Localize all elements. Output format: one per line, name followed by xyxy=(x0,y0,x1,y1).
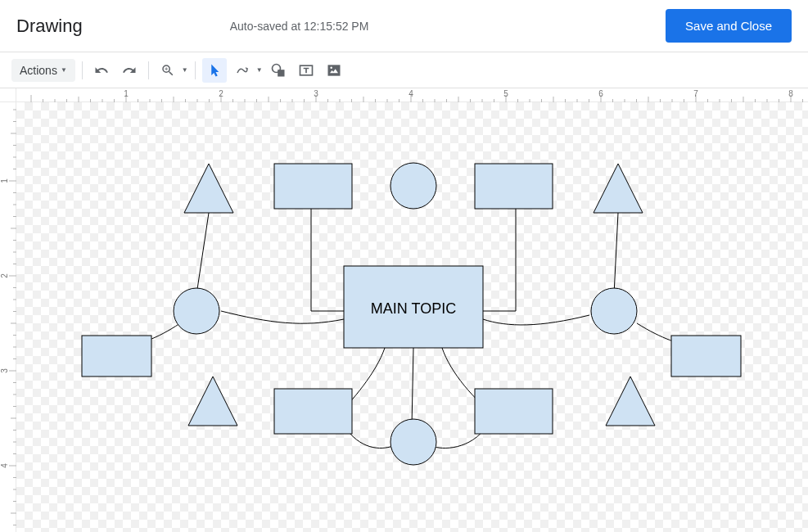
svg-text:3: 3 xyxy=(314,89,318,98)
caret-down-icon: ▼ xyxy=(61,66,67,74)
toolbar-separator xyxy=(195,61,196,79)
shape-triangle[interactable] xyxy=(184,164,233,213)
svg-rect-3 xyxy=(327,65,340,75)
canvas-area[interactable]: MAIN TOPIC xyxy=(16,102,808,532)
redo-button[interactable] xyxy=(117,58,142,83)
drawing-diagram[interactable]: MAIN TOPIC xyxy=(16,102,808,532)
header-bar: Drawing Auto-saved at 12:15:52 PM Save a… xyxy=(0,0,808,52)
undo-button[interactable] xyxy=(89,58,114,83)
shape-rect[interactable] xyxy=(274,164,352,209)
connector[interactable] xyxy=(483,209,516,311)
connector[interactable] xyxy=(614,213,618,295)
connector[interactable] xyxy=(196,213,209,295)
shape-circle[interactable] xyxy=(390,419,436,465)
textbox-tool[interactable] xyxy=(294,58,318,83)
toolbar: Actions ▼ ▼ ▼ xyxy=(0,52,808,88)
svg-text:3: 3 xyxy=(0,368,9,373)
svg-point-4 xyxy=(330,66,332,69)
svg-text:2: 2 xyxy=(219,89,223,98)
svg-text:1: 1 xyxy=(124,89,129,98)
zoom-button[interactable] xyxy=(156,58,180,83)
toolbar-separator xyxy=(148,61,149,79)
shape-circle[interactable] xyxy=(591,288,637,334)
shape-circle[interactable] xyxy=(390,163,436,209)
caret-down-icon: ▼ xyxy=(256,66,263,74)
svg-text:4: 4 xyxy=(409,89,413,98)
connector[interactable] xyxy=(483,315,589,325)
dialog-title: Drawing xyxy=(16,16,83,37)
svg-rect-1 xyxy=(278,70,284,76)
connector[interactable] xyxy=(412,348,413,426)
svg-text:5: 5 xyxy=(503,89,508,98)
line-tool-group[interactable]: ▼ xyxy=(230,58,263,83)
main-topic-label: MAIN TOPIC xyxy=(371,300,456,317)
shape-triangle[interactable] xyxy=(606,376,655,426)
svg-text:4: 4 xyxy=(0,463,9,468)
shape-rect[interactable] xyxy=(475,389,553,434)
caret-down-icon: ▼ xyxy=(182,66,188,74)
shape-tool[interactable] xyxy=(266,58,291,83)
zoom-tool-group[interactable]: ▼ xyxy=(156,58,188,83)
svg-text:2: 2 xyxy=(0,273,9,278)
toolbar-separator xyxy=(82,61,83,79)
shape-rect[interactable] xyxy=(475,164,553,209)
connector[interactable] xyxy=(221,311,344,323)
shape-triangle[interactable] xyxy=(594,164,643,213)
save-and-close-button[interactable]: Save and Close xyxy=(666,9,792,43)
actions-menu-button[interactable]: Actions ▼ xyxy=(11,59,75,82)
shape-rect[interactable] xyxy=(671,336,741,376)
shape-triangle[interactable] xyxy=(188,376,237,426)
svg-text:6: 6 xyxy=(598,89,603,98)
actions-label: Actions xyxy=(20,64,57,77)
image-tool[interactable] xyxy=(322,58,346,83)
ruler-corner xyxy=(0,88,16,102)
shape-circle[interactable] xyxy=(174,288,219,334)
autosave-status: Auto-saved at 12:15:52 PM xyxy=(230,20,369,33)
ruler-horizontal[interactable]: 12345678 xyxy=(16,88,808,102)
shape-rect[interactable] xyxy=(274,389,352,434)
connector[interactable] xyxy=(311,209,344,311)
svg-text:7: 7 xyxy=(693,89,698,98)
line-tool[interactable] xyxy=(230,58,255,83)
svg-text:1: 1 xyxy=(0,178,9,183)
shape-rect[interactable] xyxy=(82,336,151,376)
ruler-vertical[interactable]: 1234 xyxy=(0,102,16,532)
select-tool[interactable] xyxy=(202,58,227,83)
svg-text:8: 8 xyxy=(788,89,793,98)
